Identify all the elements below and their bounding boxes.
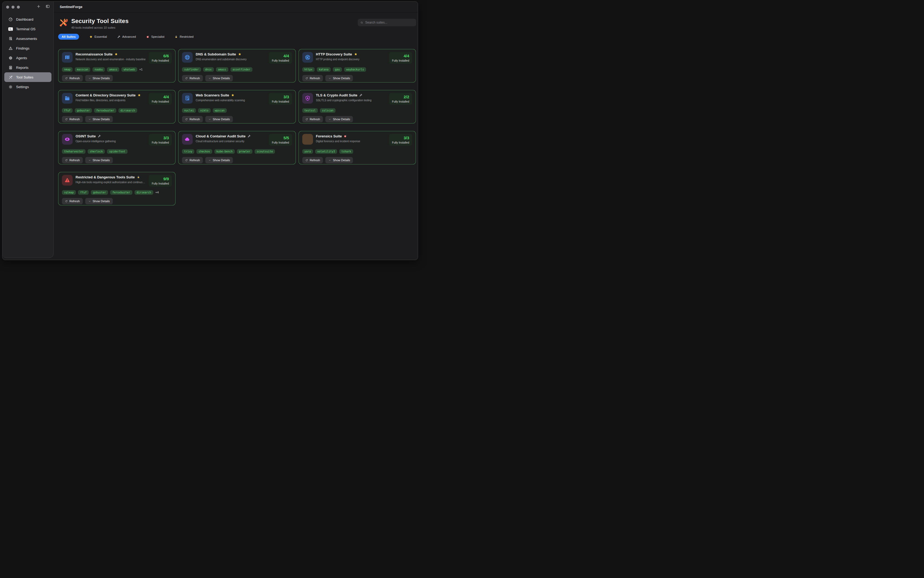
wrench-icon bbox=[359, 94, 363, 97]
refresh-button[interactable]: Refresh bbox=[62, 198, 83, 205]
installed-status-label: Fully Installed bbox=[272, 59, 289, 62]
show-details-button[interactable]: Show Details bbox=[205, 75, 233, 81]
tool-tag: subfinder bbox=[182, 67, 201, 72]
sidebar-item-terminal-os[interactable]: >_ Terminal OS bbox=[2, 24, 53, 34]
install-status-badge: 9/9 Fully Installed bbox=[149, 175, 172, 187]
suite-description: DNS enumeration and subdomain discovery bbox=[196, 58, 266, 61]
tools-icon bbox=[8, 75, 13, 80]
tool-tag: checkov bbox=[197, 149, 212, 154]
more-tools-count: +1 bbox=[139, 68, 143, 71]
refresh-button[interactable]: Refresh bbox=[62, 75, 83, 81]
reports-icon bbox=[8, 65, 13, 70]
tool-tag: sqlmap bbox=[62, 190, 76, 195]
tool-tag: sslscan bbox=[320, 108, 335, 113]
sidebar-item-dashboard[interactable]: Dashboard bbox=[2, 15, 53, 24]
eye-icon bbox=[62, 134, 73, 144]
new-tab-button[interactable] bbox=[36, 4, 41, 10]
tool-tag: ffuf bbox=[62, 108, 73, 113]
wrench-icon bbox=[98, 135, 101, 138]
chevron-down-icon bbox=[88, 77, 91, 80]
filter-tab-all-suites[interactable]: All Suites bbox=[58, 34, 79, 40]
suite-title: Restricted & Dangerous Tools Suite bbox=[76, 175, 135, 179]
chevron-down-icon bbox=[328, 159, 331, 162]
show-details-button[interactable]: Show Details bbox=[85, 157, 113, 163]
tool-tag: dirsearch bbox=[119, 108, 137, 113]
search-icon bbox=[360, 21, 363, 24]
tool-tag: yara bbox=[302, 149, 313, 154]
sidebar-item-agents[interactable]: Agents bbox=[2, 53, 53, 63]
traffic-light-minimize-button[interactable] bbox=[11, 6, 15, 8]
suite-description: Find hidden files, directories, and endp… bbox=[76, 99, 146, 102]
tool-tags: sqlmapffufgobusterferoxbusterdirsearch+4 bbox=[62, 190, 172, 195]
refresh-button[interactable]: Refresh bbox=[302, 75, 323, 81]
page-header: Security Tool Suites 49 tools installed … bbox=[54, 12, 418, 29]
toggle-sidebar-button[interactable] bbox=[46, 4, 50, 10]
show-details-button[interactable]: Show Details bbox=[325, 116, 353, 122]
filter-tab-specialist[interactable]: Specialist bbox=[146, 35, 164, 39]
refresh-icon bbox=[185, 159, 188, 162]
show-details-button[interactable]: Show Details bbox=[325, 75, 353, 81]
show-details-button[interactable]: Show Details bbox=[205, 157, 233, 163]
suite-title: Reconnaissance Suite bbox=[76, 52, 112, 56]
suite-title: Content & Directory Discovery Suite bbox=[76, 93, 136, 97]
tool-tag: whatweb bbox=[121, 67, 137, 72]
star-icon bbox=[114, 52, 118, 56]
refresh-button[interactable]: Refresh bbox=[182, 116, 203, 122]
show-details-button[interactable]: Show Details bbox=[85, 198, 113, 205]
tool-tags: trivycheckovkube-benchprowlerscoutsuite bbox=[182, 149, 292, 154]
tool-tag: nikto bbox=[198, 108, 210, 113]
refresh-icon bbox=[305, 118, 308, 121]
tool-tag: katana bbox=[317, 67, 331, 72]
show-details-button[interactable]: Show Details bbox=[85, 116, 113, 122]
show-details-button[interactable]: Show Details bbox=[325, 157, 353, 163]
refresh-button[interactable]: Refresh bbox=[182, 157, 203, 163]
refresh-button[interactable]: Refresh bbox=[62, 116, 83, 122]
filter-tab-essential[interactable]: Essential bbox=[89, 35, 107, 39]
sidebar-item-assessments[interactable]: Assessments bbox=[2, 34, 53, 44]
wrench-icon bbox=[117, 35, 120, 39]
page-title: Security Tool Suites bbox=[71, 18, 129, 24]
agents-icon bbox=[8, 55, 13, 60]
tool-tag: httpx bbox=[302, 67, 315, 72]
show-details-button[interactable]: Show Details bbox=[85, 75, 113, 81]
main-area: SentinelForge bbox=[54, 2, 418, 260]
lock-icon bbox=[137, 175, 140, 179]
suite-description: High-risk tools requiring explicit autho… bbox=[76, 181, 146, 184]
globe-alt-icon bbox=[302, 52, 313, 63]
filter-tab-restricted[interactable]: Restricted bbox=[174, 35, 194, 39]
sidebar-item-findings[interactable]: Findings bbox=[2, 44, 53, 53]
chevron-down-icon bbox=[328, 77, 331, 80]
findings-icon bbox=[8, 46, 13, 50]
sidebar-item-settings[interactable]: Settings bbox=[2, 82, 53, 92]
tool-tag: feroxbuster bbox=[94, 108, 116, 113]
suite-description: Cloud infrastructure and container secur… bbox=[196, 140, 266, 143]
tool-tags: httpxkatanagauwaybackurls bbox=[302, 67, 412, 72]
sidebar-item-reports[interactable]: Reports bbox=[2, 63, 53, 72]
show-details-button[interactable]: Show Details bbox=[205, 116, 233, 122]
sidebar-item-tool-suites[interactable]: Tool Suites bbox=[4, 72, 52, 82]
refresh-button[interactable]: Refresh bbox=[302, 157, 323, 163]
tool-tags: ffufgobusterferoxbusterdirsearch bbox=[62, 108, 172, 113]
suite-card-osint-suite: OSINT Suite Open-source intelligence gat… bbox=[58, 131, 176, 164]
assessments-icon bbox=[8, 36, 13, 41]
suite-title: Cloud & Container Audit Suite bbox=[196, 134, 246, 138]
refresh-icon bbox=[185, 118, 188, 121]
chevron-down-icon bbox=[88, 118, 91, 121]
app-window: Dashboard >_ Terminal OS Assessments Fin… bbox=[2, 2, 418, 260]
refresh-icon bbox=[305, 77, 308, 80]
refresh-button[interactable]: Refresh bbox=[182, 75, 203, 81]
tool-tag: waybackurls bbox=[344, 67, 366, 72]
traffic-light-close-button[interactable] bbox=[6, 6, 9, 8]
search-input[interactable] bbox=[365, 21, 414, 24]
suite-title: OSINT Suite bbox=[76, 134, 96, 138]
main-titlebar: SentinelForge bbox=[54, 2, 418, 12]
filter-tab-advanced[interactable]: Advanced bbox=[117, 35, 136, 39]
refresh-button[interactable]: Refresh bbox=[62, 157, 83, 163]
refresh-button[interactable]: Refresh bbox=[302, 116, 323, 122]
refresh-icon bbox=[65, 200, 68, 203]
refresh-icon bbox=[65, 159, 68, 162]
installed-count: 9/9 bbox=[152, 177, 169, 181]
tool-tag: sherlock bbox=[88, 149, 105, 154]
traffic-light-zoom-button[interactable] bbox=[17, 6, 20, 8]
tool-tag: assetfinder bbox=[231, 67, 252, 72]
